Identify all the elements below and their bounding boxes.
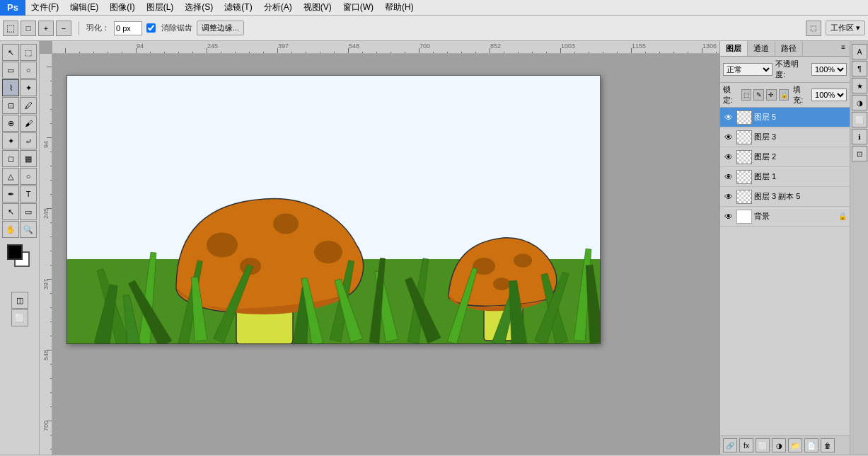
layer-2-thumb <box>736 150 752 164</box>
tool-blur[interactable]: △ <box>2 168 19 185</box>
layer-bg-eye[interactable]: 👁 <box>723 211 734 222</box>
menu-filter[interactable]: 滤镜(T) <box>219 0 257 15</box>
side-icon-info[interactable]: ℹ <box>852 129 867 144</box>
side-icon-style[interactable]: ★ <box>852 78 867 93</box>
menu-bar: Ps 文件(F) 编辑(E) 图像(I) 图层(L) 选择(S) 滤镜(T) 分… <box>0 0 868 16</box>
toolbar-mode3[interactable]: − <box>56 21 71 36</box>
tool-marquee-rect[interactable]: ▭ <box>2 62 19 79</box>
toolbar-mode2[interactable]: + <box>38 21 54 36</box>
tool-mask-quick[interactable]: ◫ <box>11 292 28 309</box>
lock-transparent[interactable]: ⬚ <box>741 89 752 101</box>
layer-item-bg[interactable]: 👁 背景 🔒 <box>720 207 850 227</box>
tool-artboard[interactable]: ⬚ <box>20 44 37 61</box>
tool-pen[interactable]: ✒ <box>2 186 19 203</box>
layers-list: 👁 图层 5 👁 图层 3 👁 <box>720 108 850 435</box>
feather-input[interactable] <box>114 21 142 35</box>
antialias-checkbox[interactable] <box>146 23 156 33</box>
fill-label: 填充: <box>793 84 809 106</box>
tab-paths[interactable]: 路径 <box>775 41 803 56</box>
tool-eraser[interactable]: ◻ <box>2 150 19 167</box>
layer-item-5[interactable]: 👁 图层 5 <box>720 108 850 127</box>
antialias-label: 消除锯齿 <box>161 23 192 33</box>
side-icon-mask[interactable]: ⬜ <box>852 112 867 127</box>
layer-3copy5-checker <box>737 190 751 203</box>
layers-blend-row: 正常 溶解 正片叠底 不透明度: 100% 75% 50% <box>720 57 850 83</box>
opacity-label: 不透明度: <box>775 59 809 80</box>
new-group-btn[interactable]: 📁 <box>788 438 802 452</box>
opacity-select[interactable]: 100% 75% 50% <box>811 63 847 76</box>
delete-layer-btn[interactable]: 🗑 <box>821 438 835 452</box>
menu-help[interactable]: 帮助(H) <box>379 0 419 15</box>
tool-heal[interactable]: ⊕ <box>2 115 19 132</box>
layer-item-1[interactable]: 👁 图层 1 <box>720 167 850 187</box>
layer-5-eye[interactable]: 👁 <box>723 112 734 123</box>
layer-item-2[interactable]: 👁 图层 2 <box>720 147 850 167</box>
tool-brush[interactable]: 🖌 <box>20 115 37 132</box>
lock-position[interactable]: ✛ <box>766 89 777 101</box>
ps-logo: Ps <box>0 0 25 16</box>
menu-layer[interactable]: 图层(L) <box>141 0 180 15</box>
ruler-horizontal <box>52 41 719 54</box>
add-style-btn[interactable]: fx <box>739 438 753 452</box>
menu-select[interactable]: 选择(S) <box>179 0 219 15</box>
color-area <box>1 244 37 270</box>
link-layers-btn[interactable]: 🔗 <box>723 438 737 452</box>
menu-image[interactable]: 图像(I) <box>104 0 140 15</box>
canvas-wrapper <box>66 75 705 344</box>
tool-screen-mode[interactable]: ⬜ <box>11 309 28 326</box>
lock-image[interactable]: ✎ <box>753 89 764 101</box>
tool-shape[interactable]: ▭ <box>20 203 37 220</box>
tool-path-select[interactable]: ↖ <box>2 203 19 220</box>
toolbar-mode1[interactable]: □ <box>21 21 36 36</box>
fg-color-swatch[interactable] <box>7 244 23 260</box>
tool-lasso[interactable]: ⌇ <box>2 79 19 96</box>
tool-dodge[interactable]: ○ <box>20 168 37 185</box>
layer-item-3copy5[interactable]: 👁 图层 3 副本 5 <box>720 187 850 207</box>
layer-3-name: 图层 3 <box>754 132 847 142</box>
menu-view[interactable]: 视图(V) <box>298 0 337 15</box>
layer-1-thumb <box>736 170 752 184</box>
side-icon-adj[interactable]: ◑ <box>852 95 867 110</box>
layer-item-3[interactable]: 👁 图层 3 <box>720 127 850 147</box>
canvas-area <box>40 41 719 455</box>
menu-file[interactable]: 文件(F) <box>25 0 64 15</box>
side-icon-text[interactable]: A <box>852 44 867 59</box>
adjust-edge-btn[interactable]: 调整边缘... <box>197 21 244 35</box>
lock-label: 锁定: <box>723 84 739 106</box>
tool-marquee-ellipse[interactable]: ○ <box>20 62 37 79</box>
layer-2-eye[interactable]: 👁 <box>723 152 734 163</box>
layers-menu-btn[interactable]: ≡ <box>837 41 850 56</box>
tab-layers[interactable]: 图层 <box>720 41 748 56</box>
add-adjust-btn[interactable]: ◑ <box>772 438 786 452</box>
layer-3-eye[interactable]: 👁 <box>723 132 734 143</box>
layer-1-checker <box>737 171 751 183</box>
fill-select[interactable]: 100% 75% <box>811 89 847 101</box>
menu-edit[interactable]: 编辑(E) <box>64 0 104 15</box>
lock-all[interactable]: 🔒 <box>779 89 789 101</box>
tool-zoom[interactable]: 🔍 <box>20 221 37 238</box>
side-icon-para[interactable]: ¶ <box>852 61 867 76</box>
tool-text[interactable]: T <box>20 186 37 203</box>
add-mask-btn[interactable]: ⬜ <box>756 438 770 452</box>
main-canvas[interactable] <box>66 75 601 344</box>
tool-quick-select[interactable]: ✦ <box>20 79 37 96</box>
tab-channels[interactable]: 通道 <box>748 41 775 56</box>
menu-analysis[interactable]: 分析(A) <box>258 0 298 15</box>
workspace-icon: ⬚ <box>806 21 821 36</box>
tool-eyedropper[interactable]: 🖊 <box>20 97 37 114</box>
new-layer-btn[interactable]: 📄 <box>804 438 818 452</box>
tool-crop[interactable]: ⊡ <box>2 97 19 114</box>
color-swatches[interactable] <box>7 244 33 270</box>
workspace-btn[interactable]: 工作区 ▾ <box>826 21 865 35</box>
tool-gradient[interactable]: ▦ <box>20 150 37 167</box>
tool-clone[interactable]: ✦ <box>2 132 19 149</box>
menu-window[interactable]: 窗口(W) <box>337 0 379 15</box>
tool-hand[interactable]: ✋ <box>2 221 19 238</box>
layer-3copy5-eye[interactable]: 👁 <box>723 191 734 203</box>
tool-history-brush[interactable]: ⤾ <box>20 132 37 149</box>
side-icon-nav[interactable]: ⊡ <box>852 146 867 161</box>
layer-1-eye[interactable]: 👁 <box>723 171 734 183</box>
tool-move[interactable]: ↖ <box>2 44 19 61</box>
toolbar-sep1 <box>79 21 79 35</box>
blend-mode-select[interactable]: 正常 溶解 正片叠底 <box>723 63 772 76</box>
